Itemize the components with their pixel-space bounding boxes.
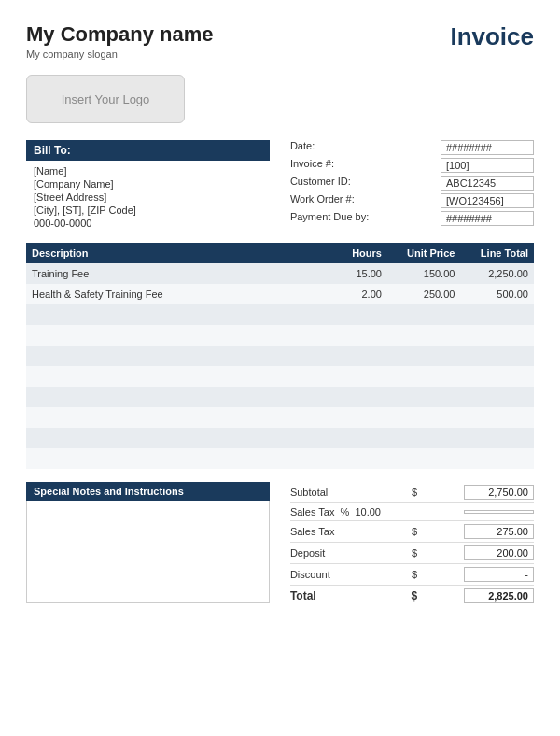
cell-col2 <box>225 346 261 366</box>
cell-col4 <box>299 263 335 284</box>
invoice-header: My Company name My company slogan Invoic… <box>26 22 534 60</box>
cell-col3 <box>261 263 298 284</box>
col-extra2 <box>261 243 298 263</box>
cell-unit-price: 250.00 <box>387 284 461 304</box>
cell-col3 <box>261 407 298 428</box>
cell-unit-price <box>387 304 461 325</box>
cell-unit-price: 150.00 <box>387 263 461 284</box>
cell-col3 <box>261 284 298 304</box>
logo-placeholder[interactable]: Insert Your Logo <box>26 75 185 123</box>
cell-hours <box>335 407 387 428</box>
sales-tax-row: Sales Tax $ 275.00 <box>290 521 534 543</box>
cell-col3 <box>261 448 298 469</box>
cell-hours <box>335 346 387 366</box>
table-header-row: Description Hours Unit Price Line Total <box>26 243 534 263</box>
payment-due-value: ######## <box>441 211 534 226</box>
subtotal-row: Subtotal $ 2,750.00 <box>290 482 534 503</box>
totals-section: Subtotal $ 2,750.00 Sales Tax % 10.00 Sa… <box>290 482 534 606</box>
col-extra3 <box>299 243 335 263</box>
cell-hours <box>335 448 387 469</box>
customer-id-label: Customer ID: <box>290 176 384 191</box>
company-name: My Company name <box>26 22 214 47</box>
invoice-title: Invoice <box>450 22 534 51</box>
cell-col4 <box>299 448 335 469</box>
bill-to-header: Bill To: <box>26 140 270 161</box>
table-row <box>26 346 534 366</box>
cell-description <box>26 304 225 325</box>
deposit-currency: $ <box>406 547 423 559</box>
cell-description: Health & Safety Training Fee <box>26 284 225 304</box>
cell-description <box>26 366 225 387</box>
table-row <box>26 428 534 448</box>
cell-hours <box>335 387 387 407</box>
table-row <box>26 366 534 387</box>
work-order-value: [WO123456] <box>441 193 534 208</box>
company-info: My Company name My company slogan <box>26 22 214 60</box>
cell-line-total <box>460 325 534 346</box>
discount-value: - <box>464 567 534 582</box>
date-value: ######## <box>441 140 534 155</box>
cell-col4 <box>299 387 335 407</box>
bill-to-section: Bill To: [Name] [Company Name] [Street A… <box>26 140 270 230</box>
cell-line-total <box>460 366 534 387</box>
cell-unit-price <box>387 448 461 469</box>
cell-col2 <box>225 387 261 407</box>
cell-col2 <box>225 428 261 448</box>
total-row: Total $ 2,825.00 <box>290 586 534 606</box>
special-notes-body[interactable] <box>26 501 270 603</box>
col-description: Description <box>26 243 225 263</box>
table-row <box>26 448 534 469</box>
cell-hours: 15.00 <box>335 263 387 284</box>
cell-col2 <box>225 407 261 428</box>
bill-to-city: [City], [ST], [ZIP Code] <box>26 204 270 217</box>
cell-hours <box>335 325 387 346</box>
cell-col2 <box>225 284 261 304</box>
col-extra1 <box>225 243 261 263</box>
invoice-num-label: Invoice #: <box>290 158 384 173</box>
cell-col3 <box>261 387 298 407</box>
detail-payment-due-row: Payment Due by: ######## <box>290 211 534 226</box>
deposit-row: Deposit $ 200.00 <box>290 543 534 564</box>
cell-col3 <box>261 325 298 346</box>
invoice-table: Description Hours Unit Price Line Total … <box>26 243 534 469</box>
col-hours: Hours <box>335 243 387 263</box>
info-section: Bill To: [Name] [Company Name] [Street A… <box>26 140 534 230</box>
cell-col4 <box>299 346 335 366</box>
cell-line-total <box>460 448 534 469</box>
date-label: Date: <box>290 140 384 155</box>
cell-line-total <box>460 304 534 325</box>
cell-col4 <box>299 407 335 428</box>
cell-col2 <box>225 325 261 346</box>
detail-customer-row: Customer ID: ABC12345 <box>290 176 534 191</box>
cell-unit-price <box>387 407 461 428</box>
cell-col3 <box>261 346 298 366</box>
detail-date-row: Date: ######## <box>290 140 534 155</box>
sales-tax-pct-row: Sales Tax % 10.00 <box>290 503 534 521</box>
cell-col2 <box>225 366 261 387</box>
company-slogan: My company slogan <box>26 49 214 60</box>
cell-col3 <box>261 428 298 448</box>
cell-unit-price <box>387 346 461 366</box>
cell-hours: 2.00 <box>335 284 387 304</box>
bill-to-street: [Street Address] <box>26 191 270 204</box>
cell-unit-price <box>387 387 461 407</box>
bill-to-name: [Name] <box>26 164 270 177</box>
cell-description <box>26 346 225 366</box>
table-row: Health & Safety Training Fee 2.00 250.00… <box>26 284 534 304</box>
sales-tax-pct-label: Sales Tax % 10.00 <box>290 506 381 517</box>
cell-description <box>26 407 225 428</box>
invoice-num-value: [100] <box>441 158 534 173</box>
customer-id-value: ABC12345 <box>441 176 534 191</box>
cell-col4 <box>299 304 335 325</box>
cell-unit-price <box>387 366 461 387</box>
cell-line-total <box>460 346 534 366</box>
cell-col3 <box>261 304 298 325</box>
table-row <box>26 325 534 346</box>
work-order-label: Work Order #: <box>290 193 384 208</box>
discount-label: Discount <box>290 569 365 580</box>
cell-description: Training Fee <box>26 263 225 284</box>
table-row <box>26 304 534 325</box>
cell-description <box>26 387 225 407</box>
special-notes-section: Special Notes and Instructions <box>26 482 270 606</box>
cell-unit-price <box>387 325 461 346</box>
